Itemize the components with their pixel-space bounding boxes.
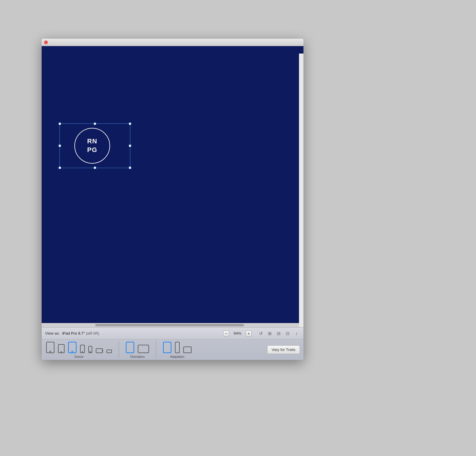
handle-middle-right[interactable]: [129, 145, 131, 147]
device-ipad-pro-active[interactable]: [67, 341, 77, 354]
orientation-section: Orientation: [119, 341, 150, 358]
device-size-label: (wR hR): [86, 331, 99, 336]
device-iphone-large[interactable]: [79, 344, 86, 354]
adaptation-section-label: Adaptation: [170, 355, 184, 358]
toolbar-top-row: View as: iPad Pro 9.7" (wR hR) − 94% + ↺…: [42, 327, 303, 339]
handle-top-right[interactable]: [129, 123, 131, 125]
orientation-portrait[interactable]: [125, 341, 135, 354]
size-icon[interactable]: ⊡: [284, 330, 291, 337]
adaptation-half-h[interactable]: [182, 346, 192, 354]
device-iphone-medium[interactable]: [87, 345, 93, 354]
svg-point-5: [72, 351, 73, 352]
orientation-section-label: Orientation: [130, 355, 145, 358]
zoom-level-display: 94%: [231, 331, 243, 336]
orientation-landscape[interactable]: [137, 344, 150, 354]
layout-icon[interactable]: ⊟: [275, 330, 282, 337]
svg-rect-17: [184, 347, 191, 353]
bottom-toolbar: View as: iPad Pro 9.7" (wR hR) − 94% + ↺…: [42, 327, 303, 360]
main-window: RN PG View as: iPad Pro 9.7" (wR hR) − 9…: [42, 39, 303, 360]
canvas-scrollbar[interactable]: [42, 323, 303, 327]
device-name-label: iPad Pro 9.7": [62, 331, 85, 336]
toolbar-bottom-row: Device: [42, 339, 303, 360]
svg-rect-15: [163, 342, 171, 353]
svg-point-1: [50, 351, 51, 352]
handle-middle-left[interactable]: [59, 145, 61, 147]
vary-for-traits-button[interactable]: Vary for Traits: [267, 345, 300, 354]
device-ipad-large[interactable]: [45, 341, 55, 354]
view-as-label: View as:: [45, 331, 60, 336]
close-button[interactable]: [44, 40, 48, 44]
handle-bottom-right[interactable]: [129, 167, 131, 169]
svg-point-7: [82, 352, 83, 352]
scrollbar-thumb[interactable]: [95, 324, 244, 326]
svg-rect-13: [126, 342, 134, 353]
adaptation-section: Adaptation: [156, 341, 192, 358]
handle-top-left[interactable]: [59, 123, 61, 125]
window-titlebar: [42, 39, 303, 46]
toolbar-right-icons: ↺ ⊞ ⊟ ⊡ ↕: [258, 330, 300, 337]
pin-icon[interactable]: ↕: [293, 330, 300, 337]
svg-rect-12: [107, 350, 112, 353]
device-section-label: Device: [74, 355, 84, 358]
right-scrollbar[interactable]: [299, 54, 303, 327]
device-ipad-small[interactable]: [57, 343, 65, 354]
orientation-icons-row: [125, 341, 150, 354]
adaptation-full[interactable]: [162, 341, 172, 354]
zoom-controls: − 94% +: [223, 330, 252, 336]
adaptation-half-v[interactable]: [174, 341, 181, 354]
circle-shape: RN PG: [74, 128, 110, 164]
svg-rect-8: [89, 346, 92, 353]
adaptation-icons-row: [162, 341, 192, 354]
circle-element[interactable]: RN PG: [65, 126, 119, 165]
svg-point-3: [61, 352, 62, 352]
handle-top-middle[interactable]: [94, 123, 96, 125]
handle-bottom-left[interactable]: [59, 167, 61, 169]
device-icons-row: [45, 341, 113, 354]
refresh-icon[interactable]: ↺: [258, 330, 264, 337]
zoom-out-button[interactable]: −: [223, 330, 229, 336]
handle-bottom-middle[interactable]: [94, 167, 96, 169]
svg-rect-14: [138, 345, 149, 353]
zoom-in-button[interactable]: +: [246, 330, 252, 336]
device-iphone-xs[interactable]: [106, 349, 113, 354]
canvas-area: RN PG: [42, 46, 303, 327]
svg-rect-10: [96, 349, 103, 353]
circle-text: RN PG: [87, 137, 97, 154]
grid-icon[interactable]: ⊞: [267, 330, 273, 337]
svg-rect-16: [175, 342, 179, 353]
device-section: Device: [45, 341, 113, 358]
svg-point-9: [90, 352, 91, 352]
device-iphone-small[interactable]: [95, 347, 104, 354]
